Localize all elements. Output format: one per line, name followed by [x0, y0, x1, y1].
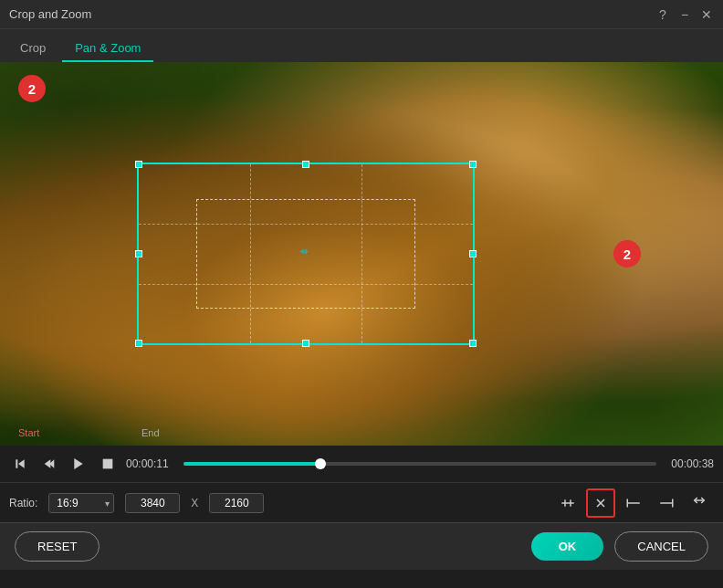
- progress-fill: [183, 462, 320, 466]
- stop-button[interactable]: [97, 453, 119, 475]
- crop-handle-top-mid[interactable]: [302, 161, 309, 168]
- ratio-select[interactable]: 16:9 4:3 1:1 9:16 Custom: [48, 493, 114, 513]
- distribute-button[interactable]: [553, 488, 582, 518]
- ratio-label: Ratio:: [9, 497, 37, 509]
- flip-button[interactable]: [685, 488, 714, 518]
- label-end: End: [141, 427, 160, 438]
- crop-handle-bottom-left[interactable]: [135, 340, 142, 347]
- video-preview: 2 2 Start End: [0, 62, 723, 446]
- height-input[interactable]: [209, 493, 264, 513]
- progress-bar[interactable]: [183, 462, 656, 466]
- tab-crop[interactable]: Crop: [7, 36, 58, 62]
- icon-bar: [553, 488, 714, 518]
- badge-end-number: 2: [613, 240, 641, 268]
- minimize-button[interactable]: −: [677, 7, 692, 22]
- crop-handle-top-right[interactable]: [469, 161, 477, 168]
- cancel-button[interactable]: CANCEL: [614, 531, 708, 562]
- window-title: Crop and Zoom: [9, 7, 91, 21]
- play-button[interactable]: [68, 453, 89, 475]
- crop-handle-bottom-right[interactable]: [469, 340, 477, 347]
- ratio-select-wrapper: 16:9 4:3 1:1 9:16 Custom: [48, 493, 114, 513]
- step-back-button[interactable]: [38, 453, 60, 475]
- titlebar: Crop and Zoom ? − ✕: [0, 0, 723, 29]
- svg-marker-4: [74, 458, 82, 469]
- titlebar-controls: ? − ✕: [655, 7, 714, 22]
- action-buttons: OK CANCEL: [531, 531, 708, 562]
- video-controls: 00:00:11 00:00:38: [0, 446, 723, 482]
- time-total: 00:00:38: [664, 457, 714, 470]
- badge-start-number: 2: [18, 75, 46, 102]
- bottom-bar: RESET OK CANCEL: [0, 522, 723, 570]
- crop-move-icon: [299, 245, 313, 264]
- align-left-button[interactable]: [619, 488, 648, 518]
- width-input[interactable]: [125, 493, 180, 513]
- ok-button[interactable]: OK: [531, 532, 604, 561]
- time-current: 00:00:11: [126, 457, 176, 470]
- crop-selection-box[interactable]: [137, 163, 475, 345]
- progress-thumb[interactable]: [315, 458, 326, 469]
- close-crop-button[interactable]: [586, 488, 615, 518]
- svg-rect-1: [16, 459, 17, 467]
- options-bar: Ratio: 16:9 4:3 1:1 9:16 Custom X: [0, 482, 723, 522]
- close-button[interactable]: ✕: [699, 7, 714, 22]
- svg-marker-0: [18, 459, 25, 467]
- skip-back-button[interactable]: [9, 453, 31, 475]
- crop-handle-mid-right[interactable]: [469, 250, 477, 257]
- svg-rect-5: [103, 459, 113, 469]
- crop-handle-bottom-mid[interactable]: [302, 340, 309, 347]
- tab-pan-zoom[interactable]: Pan & Zoom: [62, 36, 153, 62]
- help-button[interactable]: ?: [655, 7, 670, 22]
- align-right-button[interactable]: [652, 488, 681, 518]
- tabs-bar: Crop Pan & Zoom: [0, 29, 723, 62]
- crop-handle-top-left[interactable]: [135, 161, 142, 168]
- x-separator: X: [191, 497, 198, 509]
- reset-button[interactable]: RESET: [15, 531, 100, 562]
- crop-handle-mid-left[interactable]: [135, 250, 142, 257]
- label-start: Start: [18, 427, 39, 438]
